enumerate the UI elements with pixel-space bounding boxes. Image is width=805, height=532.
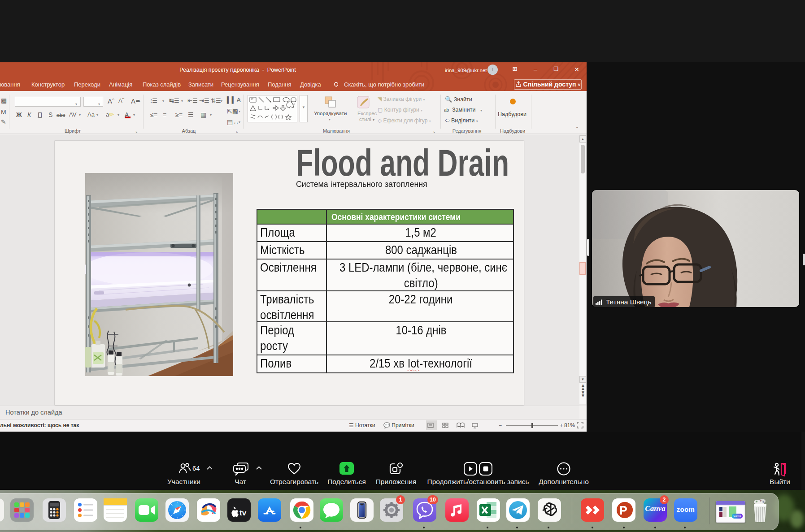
svg-text:tv: tv [239,509,247,517]
